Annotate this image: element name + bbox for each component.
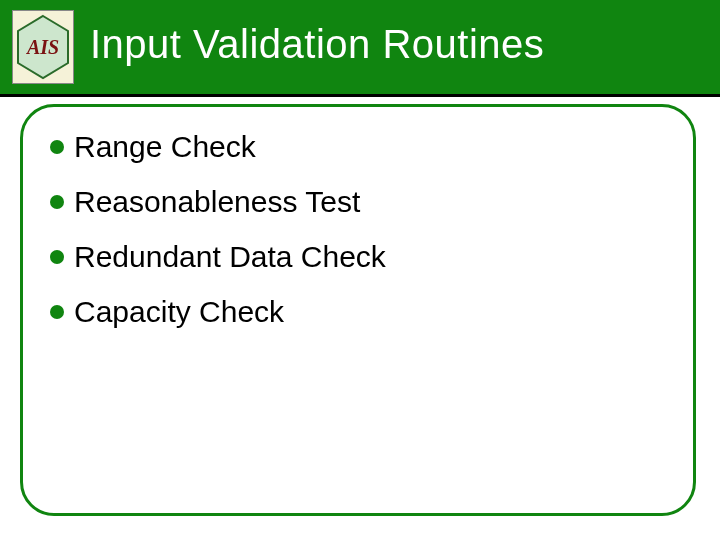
bullet-icon [50,140,64,154]
ais-logo-icon: AIS [16,14,70,80]
bullet-icon [50,195,64,209]
slide-title: Input Validation Routines [90,22,544,67]
list-item-label: Capacity Check [74,295,284,328]
list-item-label: Redundant Data Check [74,240,386,273]
list-item: Capacity Check [50,295,670,328]
list-item: Redundant Data Check [50,240,670,273]
bullet-icon [50,250,64,264]
bullet-icon [50,305,64,319]
logo-letters: AIS [25,36,59,58]
list-item: Reasonableness Test [50,185,670,218]
list-item: Range Check [50,130,670,163]
slide: AIS Input Validation Routines Range Chec… [0,0,720,540]
header-underline [0,94,720,97]
list-item-label: Reasonableness Test [74,185,360,218]
bullet-list: Range Check Reasonableness Test Redundan… [50,130,670,350]
ais-logo: AIS [12,10,74,84]
list-item-label: Range Check [74,130,256,163]
